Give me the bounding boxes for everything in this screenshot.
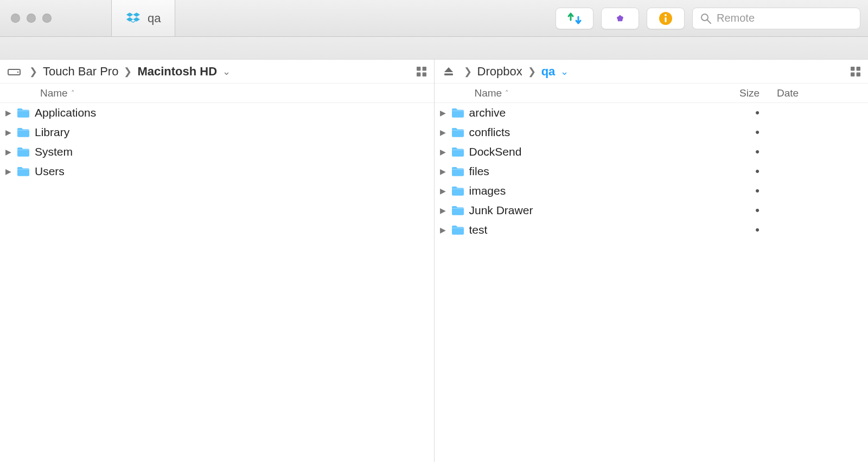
svg-point-8 <box>701 14 708 21</box>
folder-icon <box>450 146 466 158</box>
folder-icon <box>450 126 466 138</box>
right-column-header: Name ˄ Size Date <box>435 84 869 103</box>
sync-button[interactable] <box>556 8 593 29</box>
file-row[interactable]: ▶Users <box>0 162 434 181</box>
file-name: files <box>466 165 711 178</box>
title-bar: qa <box>0 0 868 37</box>
svg-rect-12 <box>444 73 453 75</box>
file-name: Junk Drawer <box>466 204 711 217</box>
file-row[interactable]: ▶files• <box>435 162 869 181</box>
tab-qa[interactable]: qa <box>111 0 175 36</box>
disclosure-triangle-icon[interactable]: ▶ <box>5 108 15 117</box>
left-path-bar: ❯ Touch Bar Pro ❯ Macintosh HD ⌄ <box>0 60 434 84</box>
file-row[interactable]: ▶System <box>0 142 434 162</box>
svg-line-9 <box>707 20 711 23</box>
folder-icon <box>450 165 466 177</box>
file-row[interactable]: ▶Library <box>0 123 434 142</box>
right-file-list: ▶archive•▶conflicts•▶DockSend•▶files•▶im… <box>435 103 869 462</box>
disclosure-triangle-icon[interactable]: ▶ <box>440 167 450 176</box>
file-size: • <box>711 125 770 139</box>
search-remote[interactable] <box>692 8 860 29</box>
column-name-label: Name <box>475 87 502 99</box>
search-icon <box>700 13 711 24</box>
column-size[interactable]: Size <box>711 87 770 99</box>
dropbox-icon <box>126 11 141 26</box>
file-size: • <box>711 184 770 198</box>
file-size: • <box>711 106 770 120</box>
column-name[interactable]: Name ˄ <box>435 87 711 99</box>
folder-icon <box>450 204 466 216</box>
folder-icon <box>15 126 31 138</box>
folder-icon <box>15 107 31 119</box>
file-row[interactable]: ▶archive• <box>435 103 869 123</box>
file-row[interactable]: ▶test• <box>435 220 869 240</box>
column-name[interactable]: Name ˄ <box>0 87 434 99</box>
left-file-list: ▶Applications▶Library▶System▶Users <box>0 103 434 462</box>
right-pane: ❯ Dropbox ❯ qa ⌄ Name ˄ Size Date ▶archi… <box>435 60 869 462</box>
chevron-down-icon[interactable]: ⌄ <box>217 66 236 78</box>
file-size: • <box>711 223 770 237</box>
disclosure-triangle-icon[interactable]: ▶ <box>440 226 450 234</box>
eject-icon[interactable] <box>442 66 455 77</box>
chevron-down-icon[interactable]: ⌄ <box>555 66 574 78</box>
file-row[interactable]: ▶DockSend• <box>435 142 869 162</box>
disclosure-triangle-icon[interactable]: ▶ <box>440 147 450 156</box>
activity-button[interactable] <box>601 8 639 29</box>
search-input[interactable] <box>717 12 854 24</box>
chevron-right-icon: ❯ <box>522 66 541 78</box>
view-mode-button[interactable] <box>417 67 426 76</box>
disclosure-triangle-icon[interactable]: ▶ <box>5 147 15 156</box>
toolbar <box>556 8 860 29</box>
file-name: archive <box>466 106 711 119</box>
file-name: Library <box>31 126 434 139</box>
file-name: conflicts <box>466 126 711 139</box>
disclosure-triangle-icon[interactable]: ▶ <box>440 187 450 195</box>
file-name: Users <box>31 165 434 178</box>
file-size: • <box>711 145 770 159</box>
column-size-label: Size <box>739 87 760 99</box>
zoom-window-button[interactable] <box>42 14 52 23</box>
column-date[interactable]: Date <box>770 87 868 99</box>
file-name: DockSend <box>466 145 711 158</box>
panes: ❯ Touch Bar Pro ❯ Macintosh HD ⌄ Name ˄ … <box>0 60 868 462</box>
breadcrumb-dropbox[interactable]: Dropbox <box>477 65 522 79</box>
breadcrumb-qa[interactable]: qa <box>541 65 556 79</box>
minimize-window-button[interactable] <box>27 14 36 23</box>
file-name: System <box>31 145 434 158</box>
disk-icon <box>8 66 21 77</box>
column-name-label: Name <box>40 87 68 99</box>
disclosure-triangle-icon[interactable]: ▶ <box>5 128 15 137</box>
svg-rect-6 <box>665 17 666 22</box>
file-row[interactable]: ▶Applications <box>0 103 434 123</box>
tab-title: qa <box>148 11 161 25</box>
svg-point-7 <box>665 14 667 16</box>
folder-icon <box>450 224 466 236</box>
file-row[interactable]: ▶conflicts• <box>435 123 869 142</box>
disclosure-triangle-icon[interactable]: ▶ <box>5 167 15 176</box>
chevron-right-icon: ❯ <box>458 66 477 78</box>
view-mode-button[interactable] <box>851 67 860 76</box>
chevron-right-icon: ❯ <box>118 66 137 78</box>
folder-icon <box>450 107 466 119</box>
file-row[interactable]: ▶Junk Drawer• <box>435 201 869 220</box>
folder-icon <box>15 165 31 177</box>
disclosure-triangle-icon[interactable]: ▶ <box>440 206 450 215</box>
info-button[interactable] <box>647 8 685 29</box>
disclosure-triangle-icon[interactable]: ▶ <box>440 108 450 117</box>
file-size: • <box>711 164 770 178</box>
file-row[interactable]: ▶images• <box>435 181 869 201</box>
folder-icon <box>15 146 31 158</box>
sub-toolbar <box>0 37 868 60</box>
file-name: Applications <box>31 106 434 119</box>
sort-ascending-icon: ˄ <box>71 89 75 97</box>
disclosure-triangle-icon[interactable]: ▶ <box>440 128 450 137</box>
chevron-right-icon: ❯ <box>24 66 43 78</box>
svg-point-11 <box>17 71 19 73</box>
file-name: test <box>466 223 711 236</box>
close-window-button[interactable] <box>11 14 20 23</box>
right-path-bar: ❯ Dropbox ❯ qa ⌄ <box>435 60 869 84</box>
breadcrumb-touch-bar-pro[interactable]: Touch Bar Pro <box>43 65 118 79</box>
file-name: images <box>466 184 711 197</box>
breadcrumb-macintosh-hd[interactable]: Macintosh HD <box>137 65 217 79</box>
folder-icon <box>450 185 466 197</box>
